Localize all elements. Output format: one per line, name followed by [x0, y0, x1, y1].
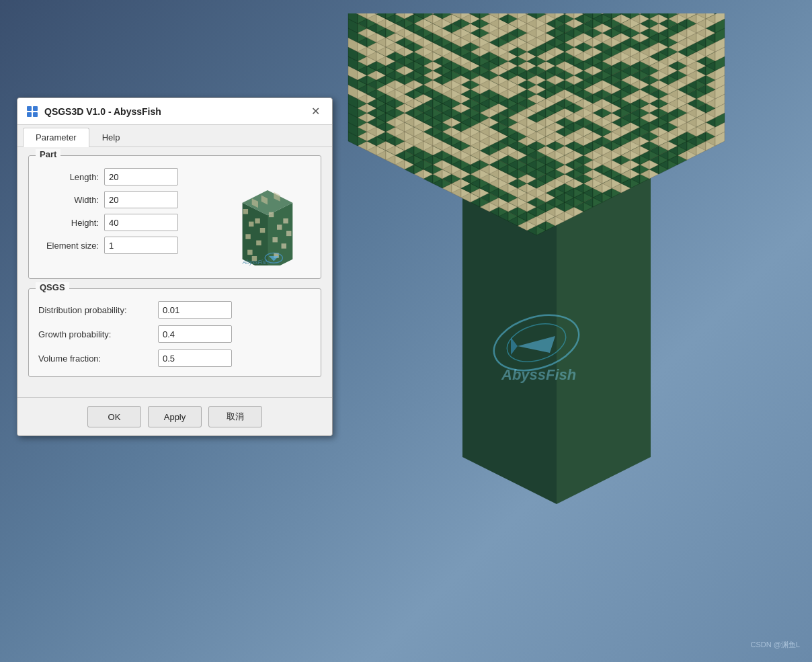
svg-rect-16: [256, 241, 261, 245]
viz-container: // We'll draw voxels programmatically //…: [341, 13, 772, 632]
height-row: Height:: [38, 214, 217, 231]
svg-rect-1: [33, 106, 38, 111]
dialog-titlebar: QSGS3D V1.0 - AbyssFish ✕: [17, 98, 332, 125]
length-input[interactable]: [104, 168, 178, 185]
width-input[interactable]: [104, 191, 178, 208]
svg-rect-18: [260, 228, 265, 233]
part-section-inner: Length: Width: Height: Element size:: [38, 163, 311, 269]
growth-prob-label: Growth probability:: [38, 329, 153, 339]
svg-rect-26: [286, 231, 291, 236]
close-button[interactable]: ✕: [307, 104, 324, 119]
width-row: Width:: [38, 191, 217, 208]
app-icon: [26, 105, 39, 118]
svg-rect-17: [247, 250, 252, 255]
element-size-input[interactable]: [104, 237, 178, 254]
vol-frac-row: Volume fraction:: [38, 349, 311, 367]
element-size-label: Element size:: [38, 241, 99, 251]
svg-rect-20: [269, 212, 274, 217]
cancel-button[interactable]: 取消: [208, 406, 262, 427]
svg-rect-24: [282, 243, 286, 248]
growth-prob-input[interactable]: [158, 325, 232, 343]
dist-prob-row: Distribution probability:: [38, 301, 311, 319]
qsgs-fields: Distribution probability: Growth probabi…: [38, 296, 311, 367]
tab-help[interactable]: Help: [89, 128, 133, 147]
csdn-badge: CSDN @渊鱼L: [750, 640, 800, 650]
dist-prob-input[interactable]: [158, 301, 232, 319]
main-dialog: QSGS3D V1.0 - AbyssFish ✕ Parameter Help…: [17, 97, 333, 436]
tab-parameter[interactable]: Parameter: [23, 128, 89, 147]
length-label: Length:: [38, 172, 99, 182]
length-row: Length:: [38, 168, 217, 185]
voxel-canvas: [341, 13, 731, 605]
svg-rect-12: [243, 209, 248, 214]
svg-rect-14: [255, 218, 259, 223]
height-label: Height:: [38, 218, 99, 228]
svg-rect-3: [33, 112, 38, 117]
svg-rect-2: [27, 112, 32, 117]
vol-frac-label: Volume fraction:: [38, 354, 153, 364]
svg-rect-15: [245, 234, 250, 239]
dialog-body: Part Length: Width: Height:: [17, 147, 332, 397]
part-section-legend: Part: [36, 149, 60, 159]
apply-button[interactable]: Apply: [148, 406, 202, 427]
svg-rect-13: [249, 222, 253, 226]
width-label: Width:: [38, 195, 99, 205]
qsgs-section-legend: QSGS: [36, 282, 69, 292]
svg-rect-21: [277, 224, 282, 229]
qsgs-section: QSGS Distribution probability: Growth pr…: [28, 288, 321, 377]
element-size-row: Element size:: [38, 237, 217, 254]
growth-prob-row: Growth probability:: [38, 325, 311, 343]
tab-bar: Parameter Help: [17, 125, 332, 147]
svg-text:AbyssFish: AbyssFish: [242, 259, 269, 265]
dialog-title: QSGS3D V1.0 - AbyssFish: [44, 106, 161, 117]
thumbnail-svg: AbyssFish: [227, 171, 308, 265]
ok-button[interactable]: OK: [87, 406, 141, 427]
svg-rect-23: [272, 237, 277, 242]
height-input[interactable]: [104, 214, 178, 231]
part-fields: Length: Width: Height: Element size:: [38, 163, 217, 269]
svg-rect-22: [283, 218, 288, 223]
part-thumbnail: AbyssFish: [224, 168, 311, 269]
dialog-title-left: QSGS3D V1.0 - AbyssFish: [26, 105, 161, 118]
vol-frac-input[interactable]: [158, 349, 232, 367]
part-section: Part Length: Width: Height:: [28, 155, 321, 279]
dist-prob-label: Distribution probability:: [38, 305, 153, 315]
svg-rect-0: [27, 106, 32, 111]
dialog-buttons: OK Apply 取消: [17, 397, 332, 436]
